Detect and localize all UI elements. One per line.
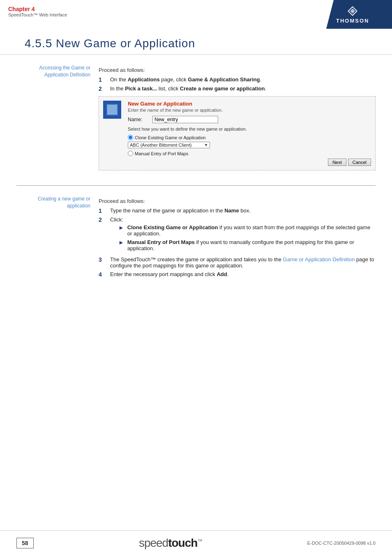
s2-step1: 1 Type the name of the game or applicati… xyxy=(99,207,376,214)
ui-radio1-row: Clone Existing Game or Application xyxy=(128,135,371,140)
s2-step4-num: 4 xyxy=(99,271,107,278)
ui-name-label: Name: xyxy=(128,117,152,122)
ui-dropdown-value: ABC (Another Bittorrent Client) xyxy=(130,143,191,147)
s2-step1-num: 1 xyxy=(99,207,107,214)
s2-step2: 2 Click: ► Clone Existing Game or Applic… xyxy=(99,216,376,254)
main-content: Accessing the Game orApplication Definit… xyxy=(0,55,392,321)
header-subtitle: SpeedTouch™ Web Interface xyxy=(8,12,67,17)
ui-name-input[interactable] xyxy=(152,116,218,123)
ui-name-row: Name: xyxy=(128,116,371,123)
s2-step4: 4 Enter the necessary port mappings and … xyxy=(99,271,376,278)
ui-radio1-label: Clone Existing Game or Application xyxy=(135,135,205,140)
ui-icon-box xyxy=(103,101,121,119)
s2-step3-link[interactable]: Game or Application Definition xyxy=(283,256,355,263)
sub-bullet1-text: Clone Existing Game or Application if yo… xyxy=(127,224,376,237)
ui-form-subtitle: Enter the name of the new game or applic… xyxy=(128,108,371,113)
ui-next-button[interactable]: Next xyxy=(328,159,346,166)
ui-dropdown-arrow-icon: ▼ xyxy=(204,143,208,147)
sub-bullet2-icon: ► xyxy=(118,239,124,246)
chapter-label: Chapter 4 xyxy=(8,6,67,12)
s2-step1-text: Type the name of the game or application… xyxy=(110,207,251,214)
footer-brand: speedtouch™ xyxy=(139,537,202,550)
section1-label: Accessing the Game orApplication Definit… xyxy=(16,63,99,177)
sub-bullet2-text: Manual Entry of Port Maps if you want to… xyxy=(127,239,376,251)
s2-step2-content: Click: ► Clone Existing Game or Applicat… xyxy=(110,216,376,254)
brand-regular: speed xyxy=(139,537,168,549)
page-title: 4.5.5 New Game or Application xyxy=(25,37,367,50)
section1-proceed: Proceed as follows: xyxy=(99,63,376,73)
section1-sidebar-title: Accessing the Game orApplication Definit… xyxy=(16,64,90,78)
ui-buttons-row: Next Cancel xyxy=(128,159,371,166)
s2-step4-text: Enter the necessary port mappings and cl… xyxy=(110,271,228,277)
s2-step3-num: 3 xyxy=(99,256,107,263)
ui-screenshot: New Game or Application Enter the name o… xyxy=(99,96,376,170)
step2-num: 2 xyxy=(99,85,107,92)
ui-radio2[interactable] xyxy=(128,151,133,156)
ui-radio1[interactable] xyxy=(128,135,133,140)
brand-bold: touch xyxy=(168,537,197,549)
s2-step2-num: 2 xyxy=(99,216,107,223)
thomson-text: THOMSON xyxy=(336,18,369,24)
section2-sidebar-title: Creating a new game orapplication xyxy=(16,196,90,210)
s2-step2-text: Click: xyxy=(110,216,123,223)
sub-bullet1-icon: ► xyxy=(118,224,124,231)
ui-icon-area xyxy=(103,101,124,166)
step2-item: 2 In the Pick a task... list, click Crea… xyxy=(99,85,376,92)
sub-bullet1: ► Clone Existing Game or Application if … xyxy=(118,224,376,237)
section1: Accessing the Game orApplication Definit… xyxy=(16,55,376,186)
sub-bullet2: ► Manual Entry of Port Maps if you want … xyxy=(118,239,376,251)
s2-step3: 3 The SpeedTouch™ creates the game or ap… xyxy=(99,256,376,269)
page-title-section: 4.5.5 New Game or Application xyxy=(0,29,392,55)
thomson-icon xyxy=(347,5,358,17)
step1-text: On the Applications page, click Game & A… xyxy=(110,76,261,83)
ui-form-area: New Game or Application Enter the name o… xyxy=(128,101,371,166)
page-number: 58 xyxy=(16,538,34,548)
step2-text: In the Pick a task... list, click Create… xyxy=(110,85,266,92)
header-logo-area: THOMSON xyxy=(326,0,392,29)
ui-icon-inner xyxy=(106,104,118,115)
s2-step3-text: The SpeedTouch™ creates the game or appl… xyxy=(110,256,376,269)
brand-tm: ™ xyxy=(197,538,202,543)
sub-steps-list: ► Clone Existing Game or Application if … xyxy=(118,224,376,251)
header-chapter-area: Chapter 4 SpeedTouch™ Web Interface xyxy=(0,0,76,29)
ui-radio2-label: Manual Entry of Port Maps xyxy=(135,151,188,156)
ui-form-title: New Game or Application xyxy=(128,101,371,107)
step1-item: 1 On the Applications page, click Game &… xyxy=(99,76,376,83)
section1-content: Proceed as follows: 1 On the Application… xyxy=(99,63,376,177)
section2-proceed: Proceed as follows: xyxy=(99,194,376,204)
ui-dropdown-row: ABC (Another Bittorrent Client) ▼ xyxy=(128,142,371,148)
ui-dropdown[interactable]: ABC (Another Bittorrent Client) ▼ xyxy=(128,142,210,148)
ui-cancel-button[interactable]: Cancel xyxy=(348,159,371,166)
section2-content: Proceed as follows: 1 Type the name of t… xyxy=(99,194,376,280)
ui-radio2-row: Manual Entry of Port Maps xyxy=(128,151,371,156)
section2-label: Creating a new game orapplication xyxy=(16,194,99,280)
footer-doc-ref: E-DOC-CTC-20050429-0098 v1.0 xyxy=(307,541,376,546)
page-header: Chapter 4 SpeedTouch™ Web Interface THOM… xyxy=(0,0,392,29)
thomson-logo: THOMSON xyxy=(336,5,369,24)
page-footer: 58 speedtouch™ E-DOC-CTC-20050429-0098 v… xyxy=(0,530,392,555)
step1-num: 1 xyxy=(99,76,107,83)
section2: Creating a new game orapplication Procee… xyxy=(16,186,376,288)
ui-select-text: Select how you want to define the new ga… xyxy=(128,127,371,131)
